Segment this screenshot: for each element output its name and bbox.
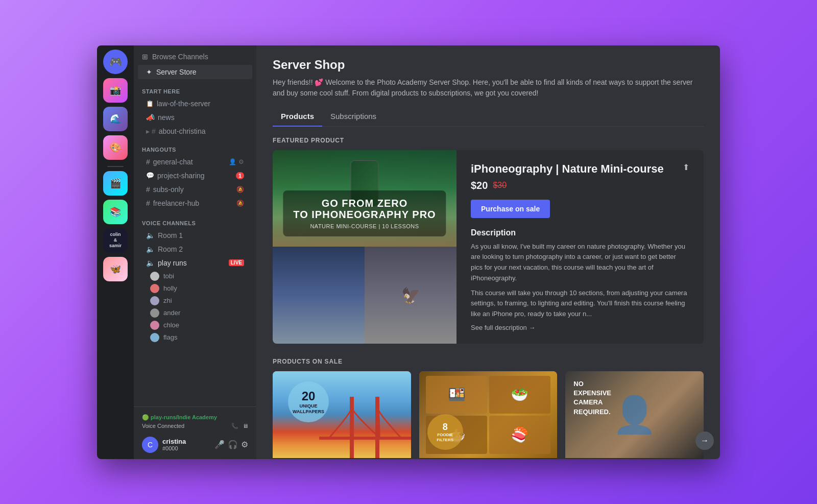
screen-share-icon[interactable]: 🖥: [243, 423, 248, 429]
featured-thumb-2: 🦅: [365, 247, 456, 344]
channel-subs-only[interactable]: # subs-only 🔕: [138, 183, 252, 196]
shop-body: FEATURED PRODUCT: [256, 127, 720, 459]
channel-project-sharing[interactable]: 💬 project-sharing 1: [138, 169, 252, 182]
film-line3: CAMERA: [573, 398, 693, 407]
headphone-icon[interactable]: 🎧: [228, 440, 238, 449]
voice-room1[interactable]: 🔈 Room 1: [138, 229, 252, 242]
user-panel-avatar: C: [142, 437, 158, 453]
foodie-badge-label: FOODIEFILTERS: [437, 433, 453, 442]
price-original: $30: [493, 181, 507, 190]
voice-channel-name: Room 1: [158, 231, 183, 239]
icon-sidebar: 🎮 📸 🌊 🎨 🎬 📚 colin&samir 🦋: [97, 45, 134, 459]
server-icon-7[interactable]: 🦋: [103, 257, 128, 281]
product-card-wallpaper[interactable]: 20 UNIQUEWALLPAPERS "A Love Letter to SF…: [273, 371, 411, 459]
channel-news[interactable]: 📣 news: [138, 111, 252, 124]
hash-icon: #: [146, 199, 150, 207]
channel-general-chat[interactable]: # general-chat 👤 ⚙: [138, 155, 252, 169]
svg-rect-2: [319, 437, 411, 440]
user-avatar-flags: [150, 333, 159, 342]
product-card-film[interactable]: 👤 NO EXPENSIVE CAMERA REQUIRED. Full Fil…: [565, 371, 704, 459]
store-icon: ✦: [146, 68, 152, 76]
products-on-sale-label: PRODUCTS ON SALE: [273, 358, 704, 365]
server-icon-1[interactable]: 🎮: [103, 50, 128, 74]
voice-connected-bar: 🟢 play-runs/Indie Academy Voice Connecte…: [138, 411, 252, 433]
voice-channel-name: Room 2: [158, 245, 183, 253]
channel-freelancer-hub[interactable]: # freelancer-hub 🔕: [138, 197, 252, 210]
featured-card: GO FROM ZERO TO IPHONEOGRAPHY PRO NATURE…: [273, 150, 704, 344]
browse-channels-label: Browse Channels: [152, 53, 208, 61]
film-line4: REQUIRED.: [573, 407, 693, 417]
mic-icon[interactable]: 🎤: [214, 440, 225, 449]
user-name: holly: [163, 284, 177, 292]
voice-user-zhi[interactable]: zhi: [146, 295, 256, 307]
featured-info: iPhoneography | Nature Mini-course $20 $…: [456, 150, 704, 344]
settings-icon[interactable]: ⚙: [241, 440, 248, 449]
voice-user-chloe[interactable]: chloe: [146, 319, 256, 331]
shop-description: Hey friends!! 💕 Welcome to the Photo Aca…: [273, 77, 704, 99]
user-name: tobi: [163, 272, 174, 280]
settings-icon[interactable]: ⚙: [238, 158, 244, 165]
voice-play-runs[interactable]: 🔈 FEATURED PRODUCT play runs LIVE: [138, 256, 252, 270]
phone-icon[interactable]: 📞: [231, 423, 238, 429]
browse-icon: ⊞: [142, 53, 148, 61]
tabs-container: Products Subscriptions: [273, 107, 704, 127]
user-avatar-tobi: [150, 272, 159, 281]
user-avatar-ander: [150, 308, 159, 318]
product-image-film: 👤 NO EXPENSIVE CAMERA REQUIRED.: [565, 371, 704, 458]
server-icon-colin-samir[interactable]: colin&samir: [103, 228, 128, 253]
product-card-foodie[interactable]: 🍱 🥗 🍜 🍣 8 FOODIEFILTERS Foodie F: [419, 371, 558, 459]
server-icon-6[interactable]: 📚: [103, 200, 128, 224]
overlay-line2: TO IPHONEOGRAPHY PRO: [293, 209, 436, 220]
channel-name: news: [158, 113, 175, 122]
channel-name: about-christina: [159, 127, 206, 135]
server-divider: [107, 166, 124, 167]
section-hangouts: HANGOUTS: [134, 138, 256, 155]
muted-icon: 🔕: [236, 200, 244, 207]
user-panel-info: cristina #0000: [162, 438, 210, 451]
user-panel-tag: #0000: [162, 445, 210, 451]
user-avatar-holly: [150, 284, 159, 293]
product-image-wallpaper: 20 UNIQUEWALLPAPERS: [273, 371, 411, 458]
channel-about-christina[interactable]: ▸ # about-christina: [138, 125, 252, 138]
featured-section-label: FEATURED PRODUCT: [273, 137, 704, 144]
voice-user-ander[interactable]: ander: [146, 307, 256, 319]
purchase-button[interactable]: Purchase on sale: [471, 200, 550, 218]
tab-products[interactable]: Products: [273, 107, 322, 127]
see-full-description[interactable]: See full description →: [471, 324, 689, 331]
unread-badge: 1: [236, 172, 244, 179]
voice-user-holly[interactable]: holly: [146, 282, 256, 295]
price-row: $20 $30: [471, 180, 664, 191]
featured-info-left: iPhoneography | Nature Mini-course $20 $…: [471, 162, 664, 228]
channel-name: general-chat: [153, 158, 193, 166]
tab-subscriptions[interactable]: Subscriptions: [322, 107, 385, 127]
channel-law-of-the-server[interactable]: 📋 law-of-the-server: [138, 97, 252, 110]
user-avatar-zhi: [150, 296, 159, 305]
server-store-item[interactable]: ✦ Server Store: [138, 65, 252, 79]
voice-user-flags[interactable]: flags: [146, 331, 256, 344]
server-icon-5[interactable]: 🎬: [103, 171, 128, 196]
server-icon-2[interactable]: 📸: [103, 78, 128, 103]
user-panel[interactable]: C cristina #0000 🎤 🎧 ⚙: [138, 435, 252, 455]
section-voice-channels: VOICE CHANNELS: [134, 212, 256, 228]
wallpaper-badge-label: UNIQUEWALLPAPERS: [293, 403, 324, 415]
foodie-badge-num: 8: [443, 422, 448, 433]
speaker-icon: 🔈: [146, 231, 155, 239]
product-card-body-foodie: Foodie Filter Pack V5 | 24hr Only! 🍱 Tak…: [419, 458, 558, 459]
browse-channels-item[interactable]: ⊞ Browse Channels: [134, 50, 256, 64]
channel-name: project-sharing: [157, 172, 205, 180]
voice-room2[interactable]: 🔈 Room 2: [138, 243, 252, 256]
next-products-button[interactable]: →: [695, 431, 714, 450]
user-name: flags: [163, 333, 177, 341]
megaphone-icon: 📣: [146, 113, 155, 122]
voice-user-tobi[interactable]: tobi: [146, 270, 256, 282]
speaker-icon: 🔈: [146, 245, 155, 253]
featured-info-top: iPhoneography | Nature Mini-course $20 $…: [471, 162, 689, 228]
wallpaper-badge: 20 UNIQUEWALLPAPERS: [288, 381, 329, 422]
server-icon-4[interactable]: 🎨: [103, 135, 128, 160]
hash-icon: #: [146, 185, 150, 194]
server-store-label: Server Store: [156, 68, 197, 76]
share-icon[interactable]: ⬆: [683, 162, 689, 172]
server-icon-3[interactable]: 🌊: [103, 107, 128, 131]
live-badge: LIVE: [229, 259, 244, 266]
voice-channel-name-label: play runs: [158, 259, 187, 267]
